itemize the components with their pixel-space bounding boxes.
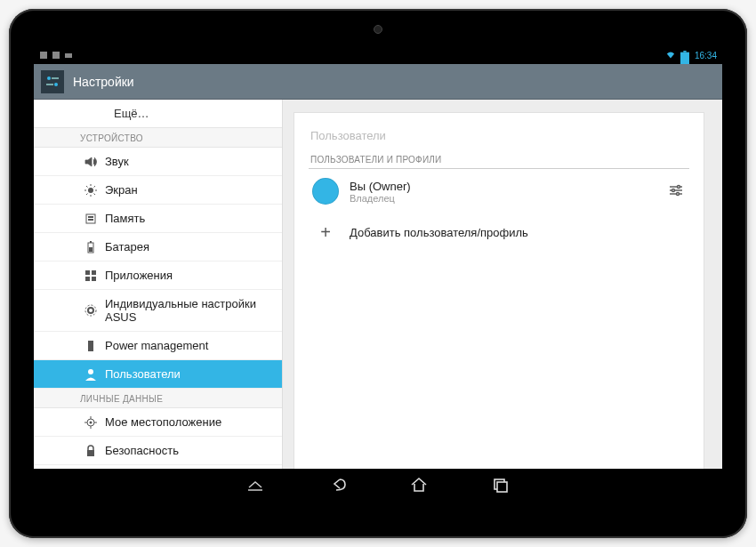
sidebar-header-personal: ЛИЧНЫЕ ДАННЫЕ (34, 389, 282, 408)
settings-app-icon (41, 70, 64, 93)
user-text: Вы (Owner) Владелец (350, 180, 657, 204)
svg-rect-19 (88, 216, 93, 218)
add-user-label: Добавить пользователя/профиль (350, 226, 528, 239)
user-name: Вы (Owner) (350, 180, 657, 193)
screen: 16:34 Настройки Ещё… УСТРОЙСТВО Звук (34, 46, 722, 501)
sidebar-item-power[interactable]: Power management (34, 332, 282, 360)
svg-rect-49 (497, 482, 507, 492)
tablet-frame: 16:34 Настройки Ещё… УСТРОЙСТВО Звук (9, 9, 747, 538)
camera-dot (374, 25, 382, 34)
wifi-icon (666, 51, 675, 60)
svg-line-15 (94, 193, 96, 195)
action-bar-title: Настройки (73, 75, 134, 89)
notification-icon (64, 51, 73, 60)
sidebar-item-label: Память (105, 212, 145, 225)
status-bar: 16:34 (34, 46, 722, 64)
clock-text: 16:34 (695, 51, 717, 60)
sidebar-item-label: Power management (105, 339, 208, 352)
notification-icon (39, 51, 48, 60)
nav-recent-button[interactable] (491, 475, 511, 495)
storage-icon (84, 212, 98, 226)
sidebar-item-label: Приложения (105, 269, 173, 282)
svg-rect-1 (52, 52, 60, 59)
settings-sidebar[interactable]: Ещё… УСТРОЙСТВО Звук Экран Память Батаре… (34, 100, 283, 469)
action-bar: Настройки (34, 64, 722, 100)
sidebar-item-label: Безопасность (105, 444, 179, 457)
svg-rect-24 (85, 270, 90, 275)
user-settings-button[interactable] (668, 182, 686, 200)
sidebar-header-device: УСТРОЙСТВО (34, 128, 282, 148)
svg-point-46 (677, 193, 680, 196)
sidebar-item-apps[interactable]: Приложения (34, 261, 282, 290)
sidebar-item-label: Батарея (105, 240, 149, 253)
svg-line-17 (94, 186, 96, 188)
sidebar-item-storage[interactable]: Память (34, 205, 282, 233)
user-role: Владелец (350, 193, 657, 204)
nav-expand-button[interactable] (245, 475, 265, 495)
sidebar-item-label: Звук (105, 155, 129, 168)
battery-icon (84, 240, 98, 254)
svg-rect-20 (88, 219, 93, 221)
battery-icon (680, 51, 689, 60)
lock-icon (84, 444, 98, 458)
nav-home-button[interactable] (409, 475, 429, 495)
content-area: Ещё… УСТРОЙСТВО Звук Экран Память Батаре… (34, 100, 722, 469)
sidebar-item-label: Экран (105, 183, 138, 197)
sound-icon (84, 155, 98, 169)
svg-rect-2 (65, 53, 72, 58)
svg-rect-25 (92, 270, 96, 275)
svg-rect-22 (90, 241, 92, 243)
svg-point-7 (54, 83, 58, 86)
sidebar-item-asus[interactable]: Индивидуальные настройки ASUS (34, 290, 282, 332)
sidebar-more[interactable]: Ещё… (34, 100, 282, 128)
svg-point-33 (90, 421, 92, 423)
nav-back-button[interactable] (327, 475, 347, 495)
svg-point-45 (672, 189, 675, 192)
location-icon (84, 415, 98, 430)
sidebar-item-display[interactable]: Экран (34, 176, 282, 205)
detail-pane: Пользователи ПОЛЬЗОВАТЕЛИ И ПРОФИЛИ Вы (… (283, 100, 722, 469)
gear-icon (84, 303, 98, 318)
svg-rect-26 (85, 277, 90, 281)
user-icon (84, 367, 98, 382)
detail-section-label: ПОЛЬЗОВАТЕЛИ И ПРОФИЛИ (309, 155, 689, 169)
sidebar-item-location[interactable]: Мое местоположение (34, 408, 282, 437)
display-icon (84, 183, 98, 197)
svg-rect-0 (40, 52, 47, 59)
sidebar-item-battery[interactable]: Батарея (34, 233, 282, 261)
detail-title: Пользователи (309, 125, 689, 155)
svg-point-5 (47, 76, 51, 80)
navigation-bar (34, 469, 722, 501)
power-icon (84, 339, 98, 353)
svg-rect-27 (92, 277, 96, 281)
svg-rect-30 (88, 341, 93, 351)
user-owner-row[interactable]: Вы (Owner) Владелец (309, 169, 689, 213)
avatar (312, 178, 339, 205)
sidebar-item-label: Индивидуальные настройки ASUS (105, 297, 271, 324)
sidebar-item-label: Пользователи (105, 367, 181, 381)
svg-rect-38 (87, 450, 94, 456)
plus-icon: + (312, 222, 339, 243)
svg-rect-6 (52, 77, 59, 79)
svg-rect-8 (46, 84, 53, 85)
svg-line-16 (86, 193, 88, 195)
svg-point-31 (88, 369, 93, 374)
sidebar-item-security[interactable]: Безопасность (34, 437, 282, 465)
sidebar-item-users[interactable]: Пользователи (34, 360, 282, 389)
add-user-row[interactable]: + Добавить пользователя/профиль (309, 213, 689, 252)
apps-icon (84, 269, 98, 283)
svg-line-14 (86, 186, 88, 188)
sidebar-item-sound[interactable]: Звук (34, 148, 282, 176)
svg-point-44 (678, 186, 680, 189)
sidebar-item-label: Мое местоположение (105, 415, 221, 429)
svg-point-28 (88, 308, 93, 313)
detail-card: Пользователи ПОЛЬЗОВАТЕЛИ И ПРОФИЛИ Вы (… (294, 112, 704, 469)
svg-point-29 (85, 305, 96, 316)
svg-rect-23 (89, 247, 92, 252)
svg-rect-4 (683, 51, 686, 52)
notification-icon (52, 51, 60, 60)
svg-point-9 (88, 188, 93, 193)
